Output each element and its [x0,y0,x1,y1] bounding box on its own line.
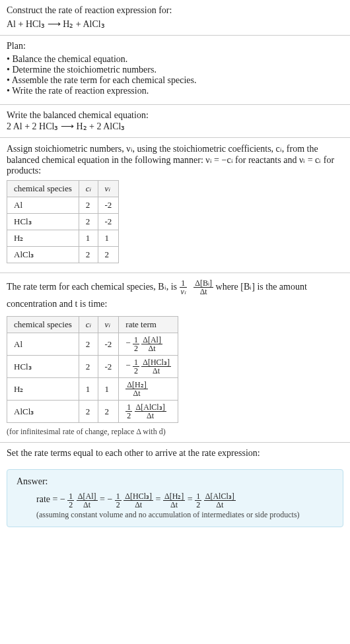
col-c: cᵢ [79,181,98,197]
stoich-section: Assign stoichiometric numbers, νᵢ, using… [0,138,350,273]
table-row: HCl₃2-2− 12 Δ[HCl₃]Δt [7,356,178,378]
rateterm-intro-a: The rate term for each chemical species,… [7,282,180,292]
plan-item: Write the rate of reaction expression. [7,86,343,96]
table-row: AlCl₃ 2 2 [7,247,119,263]
cell-nu: -2 [98,333,119,356]
rateterm-table: chemical species cᵢ νᵢ rate term Al2-2− … [7,316,178,423]
cell-species: Al [7,333,79,356]
answer-box: Answer: rate = − 12 Δ[Al]Δt = − 12 Δ[HCl… [7,469,343,527]
cell-species: Al [7,197,79,214]
cell-c: 2 [79,197,98,214]
table-row: Al 2 -2 [7,197,119,214]
rateterm-section: The rate term for each chemical species,… [0,273,350,443]
table-row: HCl₃ 2 -2 [7,214,119,230]
answer-caption: (assuming constant volume and no accumul… [36,510,333,520]
cell-species: AlCl₃ [7,401,79,423]
header-section: Construct the rate of reaction expressio… [0,0,350,36]
col-c: cᵢ [79,317,98,333]
cell-nu: -2 [98,356,119,378]
cell-species: HCl₃ [7,214,79,230]
col-species: chemical species [7,181,79,197]
stoich-intro: Assign stoichiometric numbers, νᵢ, using… [7,143,343,176]
cell-nu: 2 [98,247,119,263]
answer-expression: rate = − 12 Δ[Al]Δt = − 12 Δ[HCl₃]Δt = Δ… [36,491,333,508]
balanced-title: Write the balanced chemical equation: [7,110,343,121]
table-row: H₂11Δ[H₂]Δt [7,378,178,401]
col-species: chemical species [7,317,79,333]
rateterm-frac-outer: 1 νᵢ [180,279,187,296]
cell-c: 1 [79,230,98,247]
cell-nu: -2 [98,197,119,214]
cell-nu: -2 [98,214,119,230]
rateterm-intro: The rate term for each chemical species,… [7,278,343,312]
plan-section: Plan: Balance the chemical equation. Det… [0,36,350,105]
cell-nu: 1 [98,378,119,401]
cell-c: 2 [79,333,98,356]
plan-item: Assemble the rate term for each chemical… [7,75,343,86]
table-header-row: chemical species cᵢ νᵢ [7,181,119,197]
table-header-row: chemical species cᵢ νᵢ rate term [7,317,178,333]
col-rateterm: rate term [119,317,178,333]
cell-rateterm: − 12 Δ[HCl₃]Δt [119,356,178,378]
cell-rateterm: Δ[H₂]Δt [119,378,178,401]
cell-c: 2 [79,214,98,230]
plan-title: Plan: [7,41,343,51]
cell-rateterm: 12 Δ[AlCl₃]Δt [119,401,178,423]
col-nu: νᵢ [98,181,119,197]
setequal-section: Set the rate terms equal to each other t… [0,443,350,464]
prompt-text: Construct the rate of reaction expressio… [7,5,343,16]
cell-species: HCl₃ [7,356,79,378]
stoich-table: chemical species cᵢ νᵢ Al 2 -2 HCl₃ 2 -2… [7,180,119,263]
cell-c: 2 [79,356,98,378]
cell-species: H₂ [7,378,79,401]
table-row: Al2-2− 12 Δ[Al]Δt [7,333,178,356]
plan-list: Balance the chemical equation. Determine… [7,54,343,96]
plan-item: Balance the chemical equation. [7,54,343,65]
cell-rateterm: − 12 Δ[Al]Δt [119,333,178,356]
balanced-equation: 2 Al + 2 HCl₃ ⟶ H₂ + 2 AlCl₃ [7,121,343,132]
col-nu: νᵢ [98,317,119,333]
cell-nu: 1 [98,230,119,247]
cell-nu: 2 [98,401,119,423]
plan-item: Determine the stoichiometric numbers. [7,65,343,75]
answer-label: Answer: [17,476,333,487]
cell-species: AlCl₃ [7,247,79,263]
table-row: H₂ 1 1 [7,230,119,247]
setequal-text: Set the rate terms equal to each other t… [7,448,343,459]
cell-species: H₂ [7,230,79,247]
balanced-section: Write the balanced chemical equation: 2 … [0,105,350,138]
cell-c: 2 [79,247,98,263]
rateterm-caption: (for infinitesimal rate of change, repla… [7,427,343,437]
rateterm-frac-inner: Δ[Bᵢ] Δt [193,279,213,296]
table-row: AlCl₃2212 Δ[AlCl₃]Δt [7,401,178,423]
cell-c: 2 [79,401,98,423]
cell-c: 1 [79,378,98,401]
unbalanced-equation: Al + HCl₃ ⟶ H₂ + AlCl₃ [7,18,343,30]
